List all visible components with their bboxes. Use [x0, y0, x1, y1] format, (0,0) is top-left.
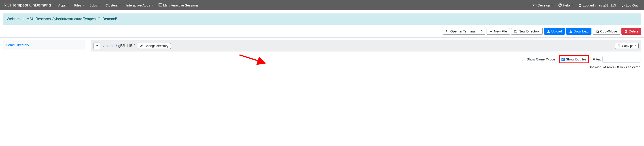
breadcrumb-bar: / home / g52h115 / Change directory Copy… — [91, 40, 641, 52]
upload-button[interactable]: Upload — [544, 28, 565, 35]
svg-rect-4 — [596, 30, 598, 32]
breadcrumb-home[interactable]: home — [106, 44, 114, 48]
breadcrumb: / home / g52h115 / — [103, 44, 134, 48]
nav-jobs[interactable]: Jobs — [87, 2, 103, 9]
caret-icon — [152, 5, 153, 6]
show-owner-mode-checkbox[interactable]: Show Owner/Mode — [522, 57, 555, 61]
breadcrumb-sep: / — [134, 44, 134, 48]
new-file-button[interactable]: New File — [486, 28, 510, 35]
plus-icon — [490, 30, 492, 33]
main-area: Home Directory / home / g52h115 / Change… — [0, 38, 644, 73]
download-icon — [569, 30, 572, 33]
nav-interactive-apps[interactable]: Interactive Apps — [124, 2, 156, 9]
sidebar-home-directory[interactable]: Home Directory — [3, 40, 86, 50]
caret-icon — [551, 5, 553, 6]
nav-apps[interactable]: Apps — [56, 2, 72, 9]
filter-label: Filter: — [593, 57, 601, 61]
open-terminal-dropdown[interactable] — [478, 28, 485, 35]
caret-icon — [119, 5, 121, 6]
svg-rect-5 — [596, 31, 598, 33]
caret-icon — [98, 5, 100, 6]
content-area: / home / g52h115 / Change directory Copy… — [91, 40, 641, 70]
terminal-icon — [446, 30, 449, 33]
caret-right-icon — [480, 30, 483, 33]
controls-row: Show Owner/Mode Show Dotfiles Filter: — [91, 52, 641, 64]
nav-logout[interactable]: Log Out — [619, 2, 640, 9]
nav-develop[interactable]: Develop — [530, 2, 556, 9]
code-icon — [533, 3, 537, 7]
copy-move-button[interactable]: Copy/Move — [593, 28, 620, 35]
nav-logged-in: Logged in as g52h115 — [576, 2, 618, 9]
top-navbar: RCI Tempest OnDemand Apps Files Jobs Clu… — [0, 0, 644, 10]
edit-icon — [140, 44, 143, 48]
brand-title[interactable]: RCI Tempest OnDemand — [4, 3, 51, 8]
welcome-alert: Welcome to MSU Research Cyberinfrastruct… — [3, 14, 641, 25]
copy-icon — [596, 30, 599, 33]
help-icon — [558, 3, 562, 7]
download-button[interactable]: Download — [566, 28, 592, 35]
filter-input[interactable] — [602, 56, 640, 63]
svg-rect-6 — [618, 45, 620, 47]
nav-right: Develop Help Logged in as g52h115 Log Ou… — [530, 2, 640, 9]
folder-icon — [514, 30, 517, 33]
up-directory-button[interactable] — [94, 43, 100, 49]
copy-path-button[interactable]: Copy path — [615, 43, 639, 49]
svg-rect-7 — [618, 45, 620, 45]
delete-button[interactable]: Delete — [622, 28, 641, 35]
file-toolbar: Open in Terminal New File New Directory … — [0, 28, 644, 38]
change-directory-button[interactable]: Change directory — [138, 43, 171, 49]
caret-icon — [83, 5, 84, 6]
open-terminal-button[interactable]: Open in Terminal — [443, 28, 478, 35]
new-directory-button[interactable]: New Directory — [511, 28, 542, 35]
nav-files[interactable]: Files — [72, 2, 87, 9]
owner-mode-input[interactable] — [522, 58, 525, 61]
breadcrumb-sep: / — [116, 44, 117, 48]
trash-icon — [624, 30, 628, 33]
breadcrumb-sep: / — [103, 44, 104, 48]
nav-left: Apps Files Jobs Clusters Interactive App… — [56, 2, 201, 9]
user-icon — [578, 3, 582, 7]
upload-icon — [547, 30, 550, 33]
caret-icon — [67, 5, 69, 6]
caret-icon — [571, 5, 573, 6]
arrow-up-icon — [95, 44, 98, 48]
clipboard-icon — [618, 44, 620, 48]
sidebar: Home Directory — [3, 40, 86, 70]
nav-my-sessions[interactable]: My Interactive Sessions — [156, 2, 201, 9]
filter-group: Filter: — [593, 56, 641, 63]
svg-point-3 — [580, 4, 581, 5]
nav-clusters[interactable]: Clusters — [103, 2, 124, 9]
show-dotfiles-checkbox[interactable]: Show Dotfiles — [559, 55, 589, 63]
dotfiles-input[interactable] — [562, 58, 564, 61]
logout-icon — [622, 3, 625, 7]
breadcrumb-current: g52h115 — [118, 44, 132, 48]
status-text: Showing 74 rows - 0 rows selected — [91, 64, 641, 70]
nav-help[interactable]: Help — [556, 2, 576, 9]
windows-icon — [158, 3, 162, 7]
